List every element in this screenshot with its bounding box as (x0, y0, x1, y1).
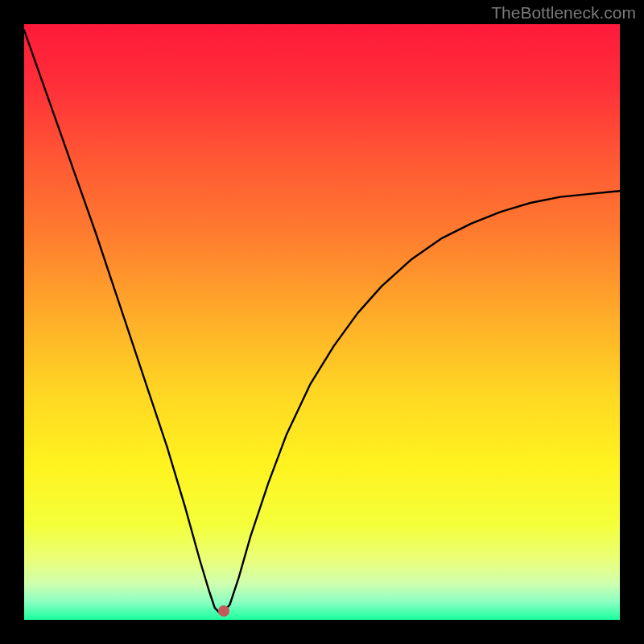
watermark-text: TheBottleneck.com (491, 3, 636, 23)
plot-area (24, 24, 620, 620)
chart-frame: TheBottleneck.com (0, 0, 644, 644)
bottleneck-curve (24, 24, 620, 620)
minimum-marker-dot (218, 605, 229, 617)
